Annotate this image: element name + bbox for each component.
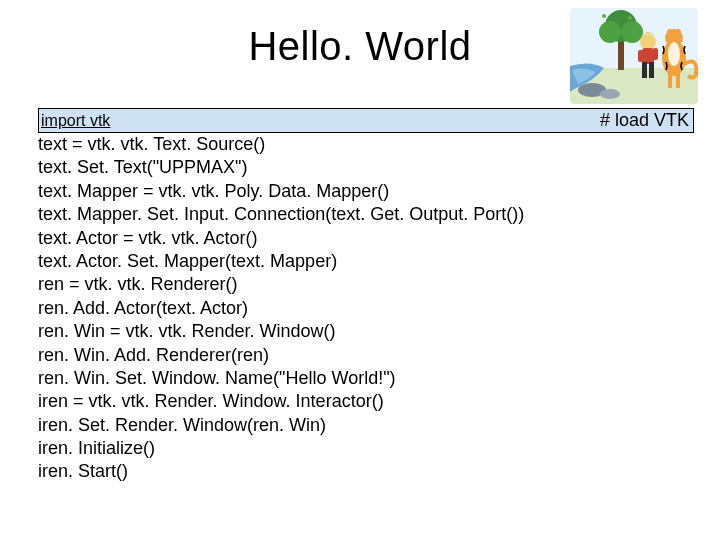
svg-rect-13 [653, 48, 658, 60]
svg-rect-18 [676, 74, 680, 88]
corner-illustration [570, 8, 698, 104]
code-line: ren. Win = vtk. vtk. Render. Window() [38, 320, 694, 343]
svg-point-21 [628, 16, 632, 20]
code-line: text. Actor = vtk. vtk. Actor() [38, 227, 694, 250]
code-comment: # load VTK [600, 110, 689, 131]
svg-rect-17 [668, 74, 672, 88]
svg-rect-11 [649, 62, 654, 78]
code-line: iren. Start() [38, 460, 694, 483]
code-line: text. Mapper. Set. Input. Connection(tex… [38, 203, 694, 226]
svg-point-7 [621, 21, 643, 43]
svg-rect-10 [642, 62, 647, 78]
svg-rect-9 [642, 48, 654, 64]
svg-point-20 [675, 29, 681, 35]
svg-rect-12 [638, 50, 643, 62]
code-line: iren. Set. Render. Window(ren. Win) [38, 414, 694, 437]
svg-point-19 [667, 29, 673, 35]
cartoon-illustration-icon [570, 8, 698, 104]
svg-point-6 [599, 21, 621, 43]
code-line: ren. Win. Set. Window. Name("Hello World… [38, 367, 694, 390]
code-line: ren. Win. Add. Renderer(ren) [38, 344, 694, 367]
code-line: text. Actor. Set. Mapper(text. Mapper) [38, 250, 694, 273]
code-line: text = vtk. vtk. Text. Source() [38, 133, 694, 156]
svg-point-22 [602, 14, 606, 18]
highlighted-code-line: import vtk # load VTK [38, 108, 694, 133]
code-line: iren. Initialize() [38, 437, 694, 460]
code-line: ren. Add. Actor(text. Actor) [38, 297, 694, 320]
svg-point-16 [668, 42, 680, 66]
code-line: text. Mapper = vtk. vtk. Poly. Data. Map… [38, 180, 694, 203]
code-line: text. Set. Text("UPPMAX") [38, 156, 694, 179]
code-block: import vtk # load VTK text = vtk. vtk. T… [38, 108, 694, 484]
import-statement: import vtk [41, 112, 110, 130]
svg-point-8 [640, 34, 656, 50]
svg-point-3 [600, 89, 620, 99]
slide: Hello. World [0, 0, 720, 540]
code-line: iren = vtk. vtk. Render. Window. Interac… [38, 390, 694, 413]
code-line: ren = vtk. vtk. Renderer() [38, 273, 694, 296]
